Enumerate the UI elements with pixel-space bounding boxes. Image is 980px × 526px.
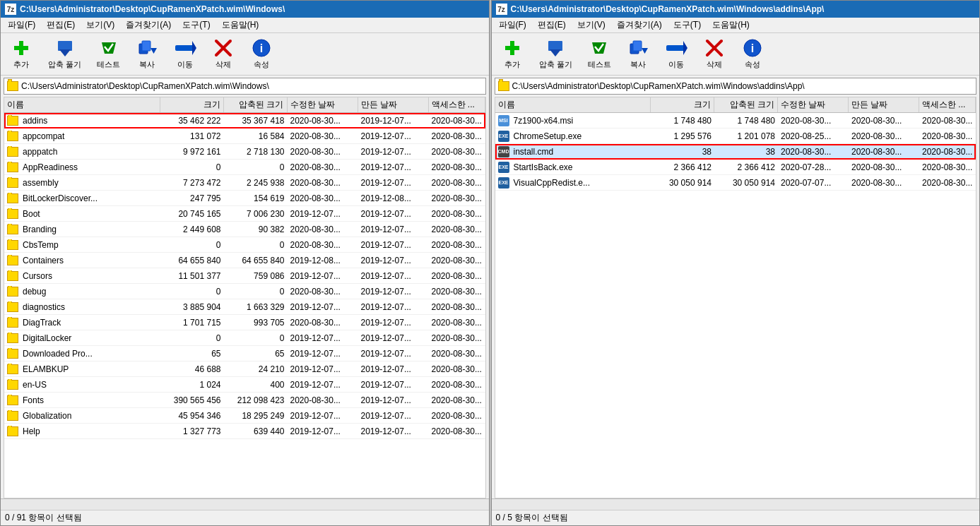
left-col-accessed[interactable]: 액세스한 ...: [429, 97, 485, 112]
list-item[interactable]: assembly 7 273 472 2 245 938 2020-08-30.…: [4, 175, 485, 191]
right-menu-favorites[interactable]: 즐겨찾기(A): [613, 18, 666, 32]
list-item[interactable]: apppatch 9 972 161 2 718 130 2020-08-30.…: [4, 144, 485, 160]
right-copy-label: 복사: [630, 59, 646, 70]
list-item[interactable]: DigitalLocker 0 0 2019-12-07... 2019-12-…: [4, 330, 485, 346]
file-accessed: 2020-08-30...: [429, 208, 485, 220]
left-col-modified[interactable]: 수정한 날짜: [288, 97, 358, 112]
list-item[interactable]: EXEChromeSetup.exe 1 295 576 1 201 078 2…: [495, 128, 976, 144]
list-item[interactable]: AppReadiness 0 0 2020-08-30... 2019-12-0…: [4, 160, 485, 175]
file-compressed: 16 584: [224, 131, 288, 142]
right-menu-view[interactable]: 보기(V): [573, 18, 610, 32]
left-menu-favorites[interactable]: 즐겨찾기(A): [122, 18, 175, 32]
list-item[interactable]: MSI7z1900-x64.msi 1 748 480 1 748 480 20…: [495, 113, 976, 128]
right-title-bar: 7z C:\Users\Administrator\Desktop\CupRam…: [492, 1, 980, 18]
file-size: 131 072: [160, 131, 224, 142]
right-extract-button[interactable]: 압축 풀기: [534, 36, 577, 72]
file-compressed: 0: [224, 286, 288, 297]
list-item[interactable]: Branding 2 449 608 90 382 2020-08-30... …: [4, 222, 485, 237]
right-col-compressed[interactable]: 압축된 크기: [714, 97, 778, 112]
file-modified: 2019-12-07...: [288, 364, 358, 375]
list-item[interactable]: Cursors 11 501 377 759 086 2019-12-07...…: [4, 268, 485, 284]
list-item[interactable]: Boot 20 745 165 7 006 230 2019-12-07... …: [4, 206, 485, 222]
left-file-list[interactable]: 이름 크기 압축된 크기 수정한 날짜 만든 날짜 액세스한 ... addin…: [4, 97, 486, 498]
right-add-button[interactable]: 추가: [496, 36, 529, 72]
file-compressed: 212 098 423: [224, 395, 288, 406]
right-test-button[interactable]: 테스트: [583, 36, 616, 72]
left-scrollbar[interactable]: [1, 498, 489, 510]
left-info-button[interactable]: i 속성: [245, 36, 278, 72]
left-menu-view[interactable]: 보기(V): [82, 18, 119, 32]
left-col-compressed[interactable]: 압축된 크기: [224, 97, 288, 112]
left-menu-file[interactable]: 파일(F): [4, 18, 40, 32]
svg-marker-23: [683, 41, 687, 55]
file-created: 2019-12-07...: [358, 410, 429, 422]
svg-rect-8: [175, 45, 195, 51]
left-test-button[interactable]: 테스트: [92, 36, 125, 72]
left-col-size[interactable]: 크기: [160, 97, 224, 112]
right-col-size[interactable]: 크기: [651, 97, 714, 112]
right-menu-help[interactable]: 도움말(H): [708, 18, 754, 32]
file-created: 2019-12-07...: [358, 364, 429, 375]
list-item[interactable]: Containers 64 655 840 64 655 840 2019-12…: [4, 253, 485, 268]
svg-marker-17: [550, 49, 561, 56]
file-name: appcompat: [4, 131, 160, 142]
list-item[interactable]: en-US 1 024 400 2019-12-07... 2019-12-07…: [4, 377, 485, 393]
right-col-created[interactable]: 만든 날짜: [849, 97, 919, 112]
file-compressed: 30 050 914: [714, 177, 778, 189]
left-menu-tools[interactable]: 도구(T): [178, 18, 214, 32]
svg-text:i: i: [260, 42, 263, 54]
left-move-button[interactable]: 이동: [169, 36, 201, 72]
svg-text:i: i: [750, 42, 753, 54]
list-item[interactable]: diagnostics 3 885 904 1 663 329 2019-12-…: [4, 299, 485, 315]
right-move-button[interactable]: 이동: [660, 36, 692, 72]
list-item[interactable]: Help 1 327 773 639 440 2019-12-07... 201…: [4, 424, 485, 439]
right-scrollbar[interactable]: [492, 498, 980, 510]
file-compressed: 400: [224, 379, 288, 390]
list-item[interactable]: BitLockerDiscover... 247 795 154 619 202…: [4, 191, 485, 206]
left-menu-edit[interactable]: 편집(E): [42, 18, 79, 32]
list-item[interactable]: Globalization 45 954 346 18 295 249 2019…: [4, 408, 485, 424]
left-delete-button[interactable]: 삭제: [207, 36, 240, 72]
file-created: 2019-12-07...: [358, 286, 429, 297]
list-item[interactable]: EXEVisualCppRedist.e... 30 050 914 30 05…: [495, 175, 976, 191]
list-item[interactable]: ELAMBKUP 46 688 24 210 2019-12-07... 201…: [4, 361, 485, 377]
left-col-name[interactable]: 이름: [4, 97, 160, 112]
left-address-bar[interactable]: C:\Users\Administrator\Desktop\CupRamenX…: [4, 78, 486, 95]
left-copy-button[interactable]: 복사: [131, 36, 163, 72]
file-size: 1 024: [160, 379, 224, 390]
list-item[interactable]: Downloaded Pro... 65 65 2019-12-07... 20…: [4, 346, 485, 361]
list-item[interactable]: debug 0 0 2020-08-30... 2019-12-07... 20…: [4, 284, 485, 299]
left-test-label: 테스트: [97, 59, 120, 70]
left-menu-help[interactable]: 도움말(H): [218, 18, 264, 32]
right-file-list[interactable]: 이름 크기 압축된 크기 수정한 날짜 만든 날짜 액세스한 ... MSI7z…: [495, 97, 977, 498]
list-item[interactable]: DiagTrack 1 701 715 993 705 2020-08-30..…: [4, 315, 485, 330]
right-delete-button[interactable]: 삭제: [698, 36, 731, 72]
list-item[interactable]: Fonts 390 565 456 212 098 423 2020-08-30…: [4, 393, 485, 408]
right-menu-file[interactable]: 파일(F): [495, 18, 531, 32]
file-size: 2 366 412: [651, 162, 714, 173]
file-modified: 2020-07-28...: [778, 162, 849, 173]
list-item[interactable]: appcompat 131 072 16 584 2020-08-30... 2…: [4, 128, 485, 144]
left-extract-button[interactable]: 압축 풀기: [43, 36, 86, 72]
right-col-modified[interactable]: 수정한 날짜: [778, 97, 849, 112]
list-item[interactable]: CbsTemp 0 0 2020-08-30... 2019-12-07... …: [4, 237, 485, 253]
right-menu-tools[interactable]: 도구(T): [669, 18, 705, 32]
right-col-name[interactable]: 이름: [495, 97, 651, 112]
right-info-button[interactable]: i 속성: [736, 36, 769, 72]
svg-marker-21: [642, 48, 648, 54]
left-add-button[interactable]: 추가: [5, 36, 37, 72]
list-item[interactable]: EXEStartIsBack.exe 2 366 412 2 366 412 2…: [495, 160, 976, 175]
file-compressed: 1 663 329: [224, 301, 288, 313]
left-file-rows: addins 35 462 222 35 367 418 2020-08-30.…: [4, 113, 485, 439]
left-col-created[interactable]: 만든 날짜: [358, 97, 429, 112]
file-accessed: 2020-08-30...: [429, 410, 485, 422]
left-copy-icon: [136, 38, 158, 58]
list-item[interactable]: addins 35 462 222 35 367 418 2020-08-30.…: [4, 113, 485, 128]
right-menu-edit[interactable]: 편집(E): [533, 18, 570, 32]
file-name: EXEChromeSetup.exe: [495, 130, 651, 143]
right-address-bar[interactable]: C:\Users\Administrator\Desktop\CupRamenX…: [495, 78, 977, 95]
right-col-accessed[interactable]: 액세스한 ...: [919, 97, 976, 112]
list-item[interactable]: CMDinstall.cmd 38 38 2020-08-30... 2020-…: [495, 144, 976, 160]
file-modified: 2020-08-30...: [288, 131, 358, 142]
right-copy-button[interactable]: 복사: [622, 36, 654, 72]
